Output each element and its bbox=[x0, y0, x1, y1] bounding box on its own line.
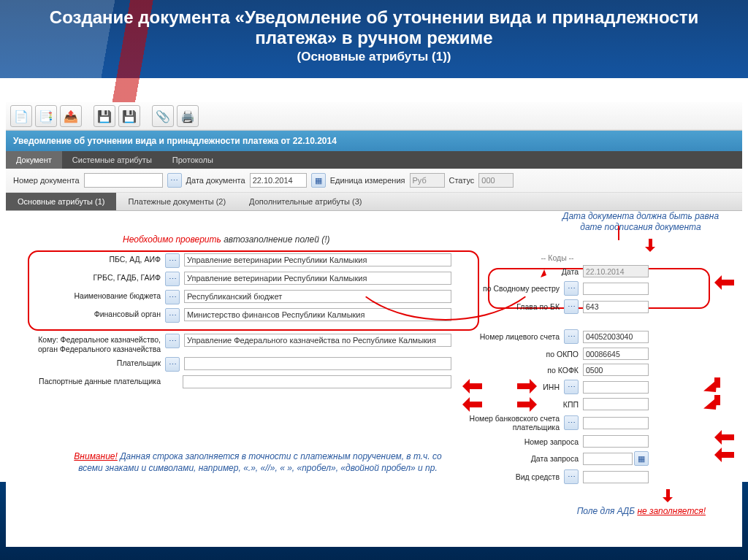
subtabs: Основные атрибуты (1) Платежные документ… bbox=[6, 193, 742, 211]
komu-input[interactable] bbox=[184, 334, 451, 347]
app-window: 📄 📑 📤 💾 💾 📎 🖨️ Уведомление об уточнении … bbox=[6, 102, 742, 547]
unit-label: Единица измерения bbox=[330, 176, 405, 185]
page-subtitle: (Основные атрибуты (1)) bbox=[29, 50, 719, 64]
bank-picker-icon[interactable]: ⋯ bbox=[564, 415, 579, 430]
document-banner: Уведомление об уточнении вида и принадле… bbox=[6, 131, 742, 151]
arrow-icon bbox=[459, 397, 482, 412]
pass-input[interactable] bbox=[183, 375, 451, 388]
glava-picker-icon[interactable]: ⋯ bbox=[564, 299, 579, 314]
reqdate-input[interactable] bbox=[583, 453, 633, 465]
toolbar: 📄 📑 📤 💾 💾 📎 🖨️ bbox=[6, 102, 742, 131]
doc-date-input[interactable] bbox=[250, 173, 307, 188]
lic-picker-icon[interactable]: ⋯ bbox=[564, 329, 579, 344]
note-bottom: Внимание! Данная строка заполняется в то… bbox=[64, 450, 451, 474]
arrow-icon bbox=[707, 377, 726, 396]
save-button[interactable]: 💾 bbox=[94, 105, 115, 127]
unit-input bbox=[410, 173, 445, 188]
page-title: Создание документа «Уведомление об уточн… bbox=[29, 7, 719, 47]
status-label: Статус bbox=[449, 176, 475, 185]
copy-doc-button[interactable]: 📑 bbox=[35, 105, 57, 127]
note-adb: Поле для АДБ не заполняется! bbox=[577, 506, 706, 516]
req-label: Номер запроса bbox=[466, 437, 579, 446]
okpo-input[interactable] bbox=[583, 348, 649, 360]
export-button[interactable]: 📤 bbox=[60, 105, 82, 127]
attach-button[interactable]: 📎 bbox=[152, 105, 174, 127]
note-autofill: Необходимо проверить автозаполнение поле… bbox=[123, 234, 330, 245]
calendar-icon[interactable]: ▦ bbox=[311, 173, 326, 188]
kpp-input[interactable] bbox=[583, 398, 649, 410]
reqdate-calendar-icon[interactable]: ▦ bbox=[634, 451, 649, 466]
doc-no-label: Номер документа bbox=[13, 176, 80, 185]
okpo-label: по ОКПО bbox=[466, 350, 579, 358]
date-input bbox=[583, 265, 649, 277]
inn-input[interactable] bbox=[583, 381, 649, 394]
doc-no-picker-icon[interactable]: ⋯ bbox=[167, 173, 182, 188]
pass-label: Паспортные данные плательщика bbox=[35, 375, 161, 386]
subtab-payment-docs[interactable]: Платежные документы (2) bbox=[116, 193, 237, 210]
reqdate-label: Дата запроса bbox=[466, 454, 579, 463]
lic-label: Номер лицевого счета bbox=[466, 332, 560, 341]
pbs-picker-icon[interactable]: ⋯ bbox=[165, 253, 180, 268]
inn-picker-icon[interactable]: ⋯ bbox=[564, 380, 579, 394]
komu-picker-icon[interactable]: ⋯ bbox=[165, 334, 180, 348]
status-input bbox=[478, 173, 514, 188]
arrow-icon bbox=[711, 430, 734, 445]
tabbar: Документ Системные атрибуты Протоколы bbox=[6, 151, 742, 169]
arrow-down-icon bbox=[646, 239, 656, 253]
arrow-icon bbox=[517, 397, 541, 412]
curve-arrow-icon bbox=[342, 193, 549, 321]
vids-picker-icon[interactable]: ⋯ bbox=[564, 469, 579, 484]
form-content: Дата документа должна быть равна дате по… bbox=[6, 211, 742, 547]
fin-label: Финансовый орган bbox=[35, 308, 161, 319]
arrow-icon bbox=[711, 448, 734, 462]
doc-date-label: Дата документа bbox=[186, 176, 245, 185]
payer-picker-icon[interactable]: ⋯ bbox=[165, 357, 180, 372]
grbs-label: ГРБС, ГАДБ, ГАИФ bbox=[35, 272, 161, 283]
arrow-icon bbox=[517, 379, 541, 394]
svod-input[interactable] bbox=[583, 283, 649, 295]
payer-label: Плательщик bbox=[35, 357, 161, 368]
print-button[interactable]: 🖨️ bbox=[177, 105, 199, 127]
kofk-input[interactable] bbox=[583, 364, 649, 376]
tab-document[interactable]: Документ bbox=[6, 151, 62, 169]
arrow-icon bbox=[711, 275, 734, 290]
subtab-main-attrs[interactable]: Основные атрибуты (1) bbox=[6, 193, 116, 210]
note-doc-date: Дата документа должна быть равна дате по… bbox=[560, 211, 722, 233]
tab-protocols[interactable]: Протоколы bbox=[162, 151, 224, 169]
pbs-label: ПБС, АД, АИФ bbox=[35, 253, 161, 264]
req-input[interactable] bbox=[583, 435, 649, 448]
payer-input[interactable] bbox=[184, 357, 451, 370]
svod-picker-icon[interactable]: ⋯ bbox=[564, 281, 579, 296]
save-ok-button[interactable]: 💾 bbox=[118, 105, 140, 127]
vids-label: Вид средств bbox=[466, 472, 560, 481]
komu-label: Кому: Федеральное казначейство, орган Фе… bbox=[35, 334, 161, 353]
vids-input[interactable] bbox=[583, 471, 649, 483]
tab-system-attrs[interactable]: Системные атрибуты bbox=[62, 151, 162, 169]
subtab-extra-attrs[interactable]: Дополнительные атрибуты (3) bbox=[237, 193, 373, 210]
bank-label: Номер банковского счета плательщика bbox=[466, 414, 560, 431]
doc-header-row: Номер документа ⋯ Дата документа ▦ Едини… bbox=[6, 169, 742, 193]
arrow-icon bbox=[707, 395, 726, 414]
budget-label: Наименование бюджета bbox=[35, 290, 161, 301]
lic-input[interactable] bbox=[583, 331, 649, 343]
doc-no-input[interactable] bbox=[84, 173, 163, 188]
grbs-picker-icon[interactable]: ⋯ bbox=[165, 272, 180, 286]
kofk-label: по КОФК bbox=[466, 366, 579, 375]
bank-input[interactable] bbox=[583, 417, 649, 429]
new-doc-button[interactable]: 📄 bbox=[10, 105, 32, 127]
glava-input[interactable] bbox=[583, 301, 649, 313]
arrow-icon bbox=[459, 379, 482, 394]
budget-picker-icon[interactable]: ⋯ bbox=[165, 290, 180, 304]
arrow-down-icon bbox=[663, 489, 673, 504]
fin-picker-icon[interactable]: ⋯ bbox=[165, 308, 180, 323]
